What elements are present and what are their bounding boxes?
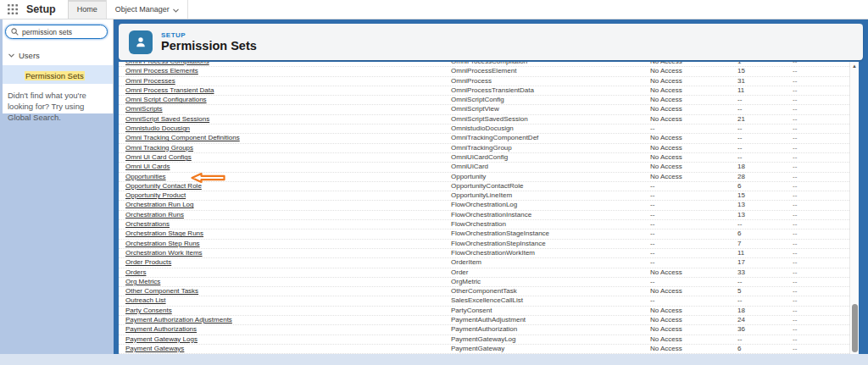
chevron-down-icon bbox=[173, 6, 179, 14]
object-api-name: PaymentAuthorization bbox=[451, 325, 517, 335]
object-name-link[interactable]: Opportunities bbox=[125, 173, 166, 182]
object-field-count: -- bbox=[737, 153, 742, 163]
object-name-link[interactable]: Omni Process Compilations bbox=[125, 62, 209, 67]
object-name-link[interactable]: Payment Authorizations bbox=[125, 325, 197, 335]
object-name-link[interactable]: Opportunity Product bbox=[125, 191, 186, 201]
object-field-count: 18 bbox=[737, 163, 745, 172]
object-name-link[interactable]: Order Products bbox=[125, 258, 171, 268]
salesforce-setup-screen: Setup HomeObject Manager permission sets… bbox=[0, 0, 868, 365]
object-name-link[interactable]: OmniScript Saved Sessions bbox=[125, 115, 209, 124]
object-extra-value: -- bbox=[793, 325, 797, 335]
object-access-value: -- bbox=[650, 230, 654, 239]
sidebar-item-permission-sets[interactable]: Permission Sets bbox=[3, 65, 113, 84]
object-name-link[interactable]: Omni Process Elements bbox=[125, 67, 198, 76]
object-name-link[interactable]: Payment Gateways bbox=[125, 345, 184, 354]
tab-home[interactable]: Home bbox=[68, 0, 107, 19]
table-row: Payment GatewaysPaymentGatewayNo Access6… bbox=[119, 345, 849, 354]
search-icon bbox=[11, 28, 19, 36]
object-name-link[interactable]: Orchestration Work Items bbox=[125, 249, 203, 258]
object-name-link[interactable]: Omni Process Transient Data bbox=[125, 86, 214, 96]
object-name-link[interactable]: Opportunity Contact Role bbox=[125, 182, 202, 191]
table-row: Orchestration Stage RunsFlowOrchestratio… bbox=[119, 230, 849, 239]
app-launcher-icon[interactable] bbox=[8, 0, 18, 19]
object-api-name: OtherComponentTask bbox=[451, 287, 517, 296]
table-row: Outreach ListSalesExcellenceCallList----… bbox=[119, 296, 849, 306]
object-access-value: -- bbox=[650, 182, 654, 191]
setup-tabs: HomeObject Manager bbox=[68, 0, 188, 19]
object-name-link[interactable]: Outreach List bbox=[125, 296, 166, 306]
object-name-link[interactable]: Omni Ui Cards bbox=[125, 163, 170, 172]
object-field-count: 15 bbox=[737, 67, 745, 76]
object-api-name: FlowOrchestrationWorkItem bbox=[451, 249, 535, 258]
object-name-link[interactable]: Other Component Tasks bbox=[125, 287, 198, 296]
object-name-link[interactable]: Omni Tracking Groups bbox=[125, 144, 193, 153]
object-name-link[interactable]: Omni Processes bbox=[125, 77, 175, 86]
object-extra-value: -- bbox=[793, 163, 797, 172]
object-api-name: PaymentGateway bbox=[451, 345, 504, 354]
object-name-link[interactable]: OmniScripts bbox=[125, 105, 163, 114]
sidebar-section-users[interactable]: Users bbox=[8, 51, 113, 60]
object-field-count: 7 bbox=[737, 240, 741, 249]
tab-object-manager[interactable]: Object Manager bbox=[107, 0, 188, 19]
object-access-value: -- bbox=[650, 240, 654, 249]
sidebar-item-label: Permission Sets bbox=[25, 71, 85, 80]
object-field-count: 21 bbox=[737, 115, 745, 124]
object-name-link[interactable]: Omni Ui Card Configs bbox=[125, 153, 192, 163]
object-access-value: -- bbox=[650, 278, 654, 287]
object-name-link[interactable]: Party Consents bbox=[125, 307, 172, 316]
object-field-count: -- bbox=[737, 220, 742, 230]
object-name-link[interactable]: Orchestration Stage Runs bbox=[125, 230, 203, 239]
table-row: Other Component TasksOtherComponentTaskN… bbox=[119, 287, 849, 296]
sidebar-section-label: Users bbox=[19, 51, 40, 60]
object-access-value: No Access bbox=[650, 153, 682, 163]
table-row: Omni Tracking GroupsOmniTrackingGroupNo … bbox=[119, 144, 849, 153]
object-access-value: -- bbox=[650, 191, 654, 201]
object-api-name: OmniUiCardConfig bbox=[451, 153, 508, 163]
object-api-name: PartyConsent bbox=[451, 307, 492, 316]
object-name-link[interactable]: Omni Tracking Component Definitions bbox=[125, 134, 240, 143]
object-name-link[interactable]: Orchestration Step Runs bbox=[125, 240, 200, 249]
table-row: Opportunity Contact RoleOpportunityConta… bbox=[119, 182, 849, 191]
setup-search-input[interactable]: permission sets bbox=[5, 25, 108, 39]
object-name-link[interactable]: Omnistudio Docusign bbox=[125, 124, 190, 134]
object-api-name: FlowOrchestration bbox=[451, 220, 506, 230]
object-api-name: OrgMetric bbox=[451, 278, 481, 287]
search-value: permission sets bbox=[22, 28, 72, 36]
object-name-link[interactable]: Orchestration Runs bbox=[125, 211, 184, 220]
object-name-link[interactable]: Omni Script Configurations bbox=[125, 96, 207, 105]
object-extra-value: -- bbox=[793, 67, 797, 76]
scrollbar-thumb[interactable] bbox=[852, 304, 858, 352]
object-access-value: No Access bbox=[650, 316, 682, 325]
object-name-link[interactable]: Orders bbox=[125, 268, 146, 278]
object-name-link[interactable]: Orchestrations bbox=[125, 220, 170, 230]
object-access-value: No Access bbox=[650, 268, 682, 278]
object-access-value: -- bbox=[650, 296, 654, 306]
object-name-link[interactable]: Payment Authorization Adjustments bbox=[125, 316, 232, 325]
object-field-count: 36 bbox=[737, 325, 745, 335]
object-extra-value: -- bbox=[793, 153, 797, 163]
object-name-link[interactable]: Org Metrics bbox=[125, 278, 160, 287]
object-extra-value: -- bbox=[793, 307, 797, 316]
object-api-name: OmniTrackingComponentDef bbox=[451, 134, 538, 143]
object-extra-value: -- bbox=[793, 86, 797, 96]
table-row: Omni Script ConfigurationsOmniScriptConf… bbox=[119, 96, 849, 105]
object-api-name: OmniTrackingGroup bbox=[451, 144, 512, 153]
object-name-link[interactable]: Payment Gateway Logs bbox=[125, 335, 198, 345]
object-field-count: -- bbox=[737, 124, 742, 134]
object-api-name: Order bbox=[451, 268, 468, 278]
object-extra-value: -- bbox=[793, 345, 797, 354]
permission-sets-icon bbox=[129, 30, 153, 54]
object-field-count: 33 bbox=[737, 268, 745, 278]
object-field-count: -- bbox=[737, 144, 742, 153]
table-row: Omni Ui CardsOmniUiCardNo Access18-- bbox=[119, 163, 849, 172]
table-row: Orchestration Run LogFlowOrchestrationLo… bbox=[119, 201, 849, 210]
scroll-up-icon[interactable]: ▲ bbox=[850, 64, 859, 69]
object-name-link[interactable]: Orchestration Run Log bbox=[125, 201, 194, 210]
table-vertical-scrollbar[interactable]: ▲ bbox=[849, 62, 859, 354]
object-access-value: -- bbox=[650, 220, 654, 230]
object-field-count: 28 bbox=[737, 173, 745, 182]
object-api-name: FlowOrchestrationInstance bbox=[451, 211, 531, 220]
object-access-value: No Access bbox=[650, 325, 682, 335]
table-row: Payment Gateway LogsPaymentGatewayLogNo … bbox=[119, 335, 849, 345]
object-extra-value: -- bbox=[793, 287, 797, 296]
